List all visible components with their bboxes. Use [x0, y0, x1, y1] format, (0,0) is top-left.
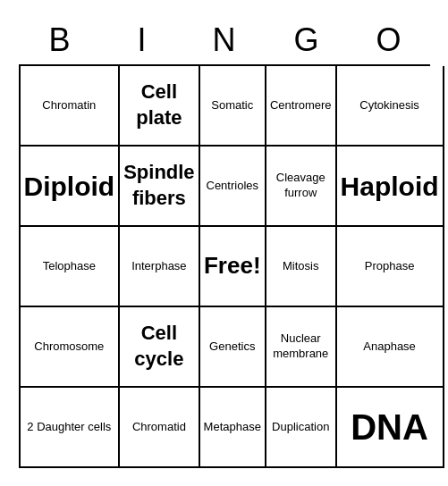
bingo-header: BINGO	[19, 18, 430, 63]
bingo-cell: Haploid	[337, 147, 444, 227]
bingo-cell: Mitosis	[266, 227, 337, 307]
bingo-cell: Metaphase	[200, 388, 266, 468]
bingo-cell: Chromatid	[120, 388, 199, 468]
bingo-cell: Cell plate	[120, 66, 199, 147]
header-letter: B	[19, 18, 101, 63]
bingo-cell: 2 Daughter cells	[21, 388, 121, 468]
header-letter: G	[266, 18, 348, 63]
header-letter: I	[101, 18, 183, 63]
bingo-cell: Cell cycle	[120, 307, 199, 388]
bingo-cell: Cleavage furrow	[266, 147, 337, 227]
header-letter: O	[348, 18, 430, 63]
bingo-card: BINGO ChromatinCell plateSomaticCentrome…	[10, 9, 439, 477]
bingo-cell: Cytokinesis	[337, 66, 444, 147]
bingo-cell: Interphase	[120, 227, 199, 307]
bingo-cell: Chromosome	[21, 307, 121, 388]
bingo-cell: Diploid	[21, 147, 121, 227]
bingo-cell: Duplication	[266, 388, 337, 468]
bingo-cell: Prophase	[337, 227, 444, 307]
bingo-cell: Centrioles	[200, 147, 266, 227]
bingo-cell: Genetics	[200, 307, 266, 388]
bingo-cell: DNA	[337, 388, 444, 468]
bingo-cell: Anaphase	[337, 307, 444, 388]
bingo-cell: Free!	[200, 227, 266, 307]
bingo-cell: Somatic	[200, 66, 266, 147]
bingo-cell: Spindle fibers	[120, 147, 199, 227]
bingo-cell: Chromatin	[21, 66, 121, 147]
header-letter: N	[183, 18, 266, 63]
bingo-cell: Telophase	[21, 227, 121, 307]
bingo-cell: Centromere	[266, 66, 337, 147]
bingo-cell: Nuclear membrane	[266, 307, 337, 388]
bingo-grid: ChromatinCell plateSomaticCentromereCyto…	[19, 64, 430, 468]
